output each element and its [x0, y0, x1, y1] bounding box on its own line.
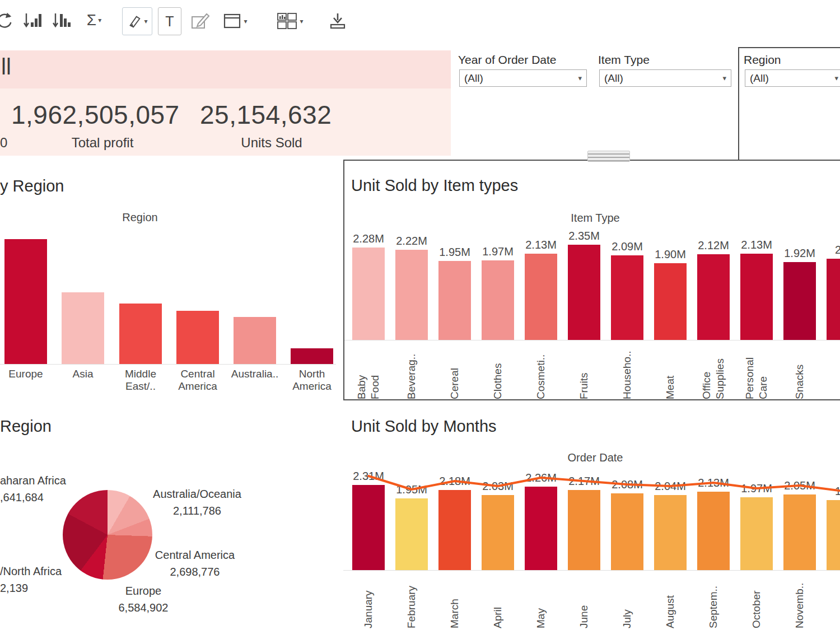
- kpi-left-fragment: 0: [0, 135, 7, 151]
- item-type-bar[interactable]: [783, 262, 816, 340]
- item-type-bar[interactable]: [740, 254, 773, 340]
- month-bar[interactable]: [654, 495, 687, 570]
- region-bar[interactable]: [291, 348, 333, 364]
- item-type-category-label: Fruits: [568, 346, 600, 399]
- region-chart-title: y Region: [0, 177, 64, 195]
- filter-label-region: Region: [744, 53, 781, 67]
- pie-label-central-america: Central America2,698,776: [139, 547, 251, 580]
- region-bar[interactable]: [176, 311, 219, 364]
- item-type-category-label: BabyFood: [352, 346, 385, 399]
- dashboard-canvas: Σ ▾ ▾ T ▾: [0, 0, 840, 630]
- item-type-bar[interactable]: [827, 259, 840, 340]
- download-icon[interactable]: [327, 10, 348, 31]
- chevron-down-icon: ▾: [834, 74, 838, 82]
- item-type-bar[interactable]: [482, 260, 514, 340]
- item-type-axis-header: Item Type: [343, 212, 840, 225]
- chevron-down-icon: ▾: [300, 17, 303, 25]
- totals-sigma-icon[interactable]: Σ ▾: [81, 9, 108, 31]
- month-bar[interactable]: [827, 500, 840, 570]
- chevron-down-icon: ▾: [578, 74, 582, 82]
- item-type-bar[interactable]: [352, 248, 385, 340]
- region-category-label: Middle East/..: [113, 368, 169, 393]
- region-bar[interactable]: [234, 317, 276, 364]
- item-type-category-label: Cosmeti..: [525, 346, 557, 399]
- item-type-category-label: Snacks: [783, 346, 816, 399]
- region-category-label: Europe: [0, 368, 54, 380]
- filter-dropdown-item-type[interactable]: (All) ▾: [599, 69, 731, 87]
- text-box-icon[interactable]: T: [158, 7, 181, 35]
- month-bar[interactable]: [740, 497, 773, 570]
- pie-label-north-africa: /North Africa2,139: [0, 563, 62, 596]
- month-bar[interactable]: [352, 485, 385, 570]
- item-types-chart-title: Unit Sold by Item types: [351, 176, 518, 195]
- month-category-label: July: [611, 575, 643, 628]
- month-category-label: January: [352, 575, 385, 628]
- month-bar[interactable]: [395, 498, 428, 570]
- region-category-label: Central America: [170, 368, 226, 393]
- chevron-down-icon: ▾: [98, 16, 101, 24]
- item-type-bar[interactable]: [611, 255, 643, 340]
- month-bar[interactable]: [783, 494, 816, 570]
- month-category-label: February: [395, 575, 428, 628]
- month-bar[interactable]: [525, 487, 557, 570]
- region-axis-header: Region: [0, 211, 280, 224]
- pie-chart-title: Region: [0, 417, 52, 436]
- annotation-icon[interactable]: [189, 11, 212, 31]
- chevron-down-icon: ▾: [144, 17, 147, 25]
- toolbar: Σ ▾ ▾ T ▾: [0, 0, 840, 44]
- highlight-pen-icon[interactable]: ▾: [122, 7, 152, 35]
- month-category-label: August: [654, 575, 687, 628]
- item-type-bar[interactable]: [568, 245, 600, 340]
- item-type-bar[interactable]: [525, 254, 557, 340]
- item-type-category-label: Beverag..: [395, 346, 428, 399]
- item-type-category-label: Househo..: [611, 346, 643, 399]
- item-type-category-label: Meat: [654, 346, 687, 399]
- month-bar[interactable]: [438, 490, 471, 570]
- month-bar[interactable]: [568, 490, 600, 570]
- layout-border-icon[interactable]: ▾: [221, 11, 250, 31]
- region-category-label: Asia: [55, 368, 111, 380]
- region-bar[interactable]: [62, 292, 104, 364]
- filter-label-item-type: Item Type: [598, 53, 650, 67]
- total-profit-value: 1,962,505,057: [11, 100, 180, 130]
- bar-value-label: 2.0: [818, 244, 840, 256]
- filter-dropdown-year-of-order-date[interactable]: (All) ▾: [459, 69, 587, 87]
- pie-label-sub-saharan-africa: aharan Africa,641,684: [0, 472, 66, 506]
- sort-descending-icon[interactable]: [50, 10, 73, 31]
- item-type-bar[interactable]: [654, 263, 687, 340]
- month-bar[interactable]: [697, 492, 730, 570]
- sort-ascending-icon[interactable]: [21, 10, 44, 31]
- pie-label-australia-oceania: Australia/Oceania2,111,786: [141, 486, 253, 519]
- filter-label-year-of-order-date: Year of Order Date: [458, 53, 557, 67]
- region-bar[interactable]: [4, 239, 47, 364]
- month-category-label: April: [482, 575, 514, 628]
- item-type-category-label: OfficeSupplies: [697, 346, 730, 399]
- month-bar[interactable]: [482, 495, 514, 570]
- month-category-label: June: [568, 575, 600, 628]
- units-sold-label: Units Sold: [230, 135, 314, 151]
- text-tool-glyph: T: [165, 13, 174, 30]
- month-bar[interactable]: [611, 493, 643, 570]
- redo-icon[interactable]: [0, 10, 15, 31]
- show-me-icon[interactable]: ▾: [273, 10, 307, 32]
- month-category-label: Septem..: [697, 575, 730, 628]
- bar-value-label: 2.31M: [343, 470, 394, 483]
- item-type-bar[interactable]: [395, 250, 428, 340]
- item-type-category-label: Clothes: [482, 346, 514, 399]
- month-category-label: May: [525, 575, 557, 628]
- units-sold-value: 25,154,632: [200, 100, 332, 130]
- chevron-down-icon: ▾: [722, 74, 726, 82]
- item-type-category-label: Cereal: [438, 346, 471, 399]
- region-category-label: North America: [284, 368, 340, 393]
- item-type-bar[interactable]: [697, 254, 730, 340]
- region-bar[interactable]: [119, 304, 162, 364]
- item-type-bar[interactable]: [438, 261, 471, 340]
- panel-drag-handle[interactable]: [587, 151, 630, 162]
- bar-value-label: 1.9: [818, 485, 840, 498]
- month-category-label: March: [438, 575, 471, 628]
- filter-dropdown-region[interactable]: (All) ▾: [745, 69, 840, 87]
- region-category-label: Australia..: [227, 368, 283, 380]
- month-category-label: Novemb..: [783, 575, 816, 628]
- month-category-label: October: [740, 575, 773, 628]
- item-type-category-label: PersonalCare: [740, 346, 773, 399]
